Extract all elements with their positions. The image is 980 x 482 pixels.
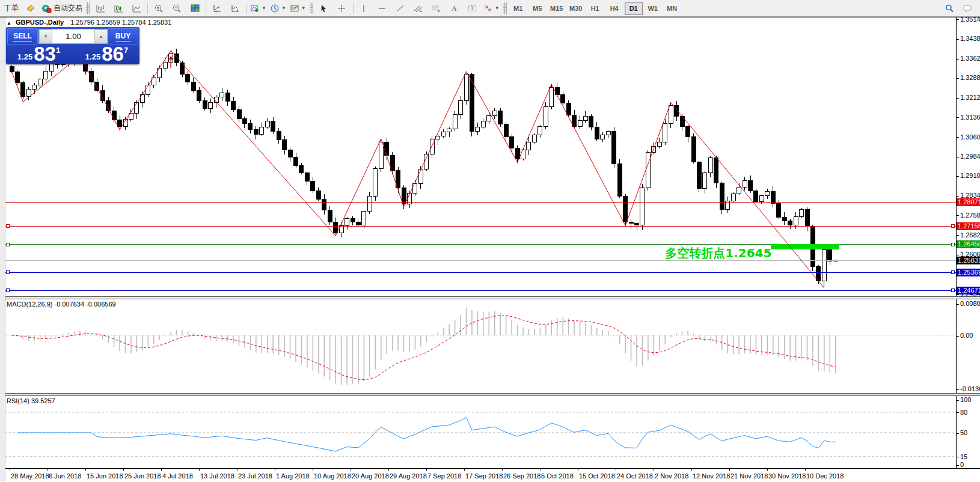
price-tick: 1.32880 — [957, 74, 980, 81]
date-label: 7 Sep 2018 — [427, 472, 461, 480]
svg-text:T: T — [471, 5, 474, 11]
toolbar-right-tools — [940, 1, 976, 16]
line-handle[interactable] — [951, 289, 954, 292]
bar-chart-icon[interactable] — [91, 1, 109, 16]
indicators-icon[interactable]: ▼ — [248, 1, 268, 16]
timeframe-h4[interactable]: H4 — [605, 2, 623, 15]
time-tick-mark — [275, 469, 275, 471]
rsi-line — [17, 418, 836, 451]
sell-price[interactable]: 1.25831 — [7, 43, 70, 63]
dropdown-caret-icon: ▼ — [495, 5, 500, 11]
highlight-zone[interactable] — [771, 244, 839, 250]
ohlc-values: 1.25796 1.25859 1.25784 1.25831 — [70, 19, 171, 26]
timeframe-m15[interactable]: M15 — [548, 2, 566, 15]
date-label: 17 Sep 2018 — [465, 472, 503, 480]
arrange-right-icon[interactable] — [226, 1, 244, 16]
date-label: 30 Nov 2018 — [768, 472, 806, 480]
volume-up-button[interactable]: ▲ — [94, 29, 108, 43]
line-handle[interactable] — [6, 243, 9, 246]
price-axis[interactable]: 1.351401.343801.336201.328801.321201.313… — [956, 17, 980, 296]
date-label: 15 Oct 2018 — [579, 472, 615, 480]
candlestick-icon[interactable] — [109, 1, 127, 16]
time-tick-mark — [199, 469, 200, 471]
volume-down-button[interactable]: ▼ — [39, 29, 52, 43]
date-label: 23 Jul 2018 — [238, 472, 272, 480]
macd-pane[interactable]: 0.008090.00-0.0136 MACD(12,26,9) -0.0076… — [0, 299, 980, 393]
date-label: 28 May 2018 — [11, 472, 49, 480]
zoom-in-icon[interactable] — [150, 1, 168, 16]
volume-control: ▼ 1.00 ▲ — [38, 29, 108, 44]
time-tick-mark — [578, 469, 578, 471]
date-label: 15 Jun 2018 — [87, 472, 123, 480]
mt4-window: 丁单自动交易▼▼▼EFAT▼M1M5M15M30H1H4D1W1MN 多空转折点… — [0, 0, 980, 482]
crosshair-icon[interactable] — [333, 1, 351, 16]
chinese-annotation[interactable]: 多空转折点1.2645 — [665, 246, 771, 260]
price-chart-canvas[interactable]: 多空转折点1.2645 — [5, 17, 957, 296]
main-chart-pane[interactable]: 多空转折点1.2645 1.351401.343801.336201.32880… — [0, 17, 980, 296]
macd-axis: 0.008090.00-0.0136 — [956, 299, 980, 393]
templates-icon[interactable]: ▼ — [288, 1, 308, 16]
equidistant-channel-icon[interactable]: E — [409, 1, 427, 16]
timeframe-h1[interactable]: H1 — [586, 2, 604, 15]
horizontal-line-icon[interactable] — [373, 1, 391, 16]
rsi-pane[interactable]: 1008050150 RSI(14) 39.5257 — [0, 396, 980, 468]
trendline-icon[interactable] — [391, 1, 409, 16]
window-left-border — [0, 17, 5, 481]
line-handle[interactable] — [951, 271, 954, 274]
time-tick-mark — [47, 469, 48, 471]
time-tick-mark — [767, 469, 768, 471]
timeframe-d1[interactable]: D1 — [625, 2, 643, 15]
volume-value[interactable]: 1.00 — [52, 29, 94, 43]
line-chart-icon[interactable] — [127, 1, 145, 16]
timeframe-m5[interactable]: M5 — [528, 2, 547, 15]
price-tick: 1.29840 — [957, 153, 980, 160]
date-label: 2 Nov 2018 — [655, 472, 688, 480]
timeframe-m1[interactable]: M1 — [509, 2, 527, 15]
buy-price[interactable]: 1.25867 — [75, 43, 138, 63]
rsi-canvas — [5, 396, 957, 468]
rsi-tick: 15 — [957, 453, 967, 460]
time-tick-mark — [313, 469, 313, 471]
arrows-icon[interactable]: ▼ — [482, 1, 501, 16]
dropdown-caret-icon: ▼ — [301, 5, 306, 11]
new-order-icon[interactable] — [22, 1, 40, 16]
arrange-left-icon[interactable] — [208, 1, 226, 16]
line-handle[interactable] — [6, 289, 9, 292]
date-label: 6 Jun 2018 — [49, 472, 81, 480]
fibonacci-icon[interactable]: F — [427, 1, 446, 16]
buy-button[interactable]: BUY — [108, 28, 138, 44]
toolbar-separator — [246, 3, 247, 14]
timeframe-w1[interactable]: W1 — [644, 2, 662, 15]
autotrading-button[interactable]: 自动交易 — [40, 1, 84, 16]
timeframe-m30[interactable]: M30 — [567, 2, 585, 15]
date-label: 12 Nov 2018 — [693, 472, 730, 480]
timeframe-mn[interactable]: MN — [663, 2, 681, 15]
tile-windows-icon[interactable] — [186, 1, 204, 16]
chat-button[interactable] — [958, 1, 976, 16]
time-tick-mark — [85, 469, 86, 471]
line-handle[interactable] — [6, 271, 9, 274]
periods-icon[interactable]: ▼ — [268, 1, 288, 16]
one-click-trading-panel: SELL ▼ 1.00 ▲ BUY 1.25831 1.25867 — [6, 27, 139, 64]
date-label: 24 Oct 2018 — [617, 472, 653, 480]
vertical-line-icon[interactable] — [355, 1, 373, 16]
price-badge-1.26450: 1.26450 — [957, 240, 980, 248]
line-handle[interactable] — [951, 243, 954, 246]
rsi-tick: 50 — [957, 429, 967, 436]
text-icon[interactable]: A — [446, 1, 464, 16]
text-label-icon[interactable]: T — [464, 1, 482, 16]
time-tick-mark — [654, 469, 654, 471]
cursor-icon[interactable] — [315, 1, 333, 16]
search-button[interactable] — [940, 1, 958, 16]
one-click-collapse-icon[interactable]: ▲ — [7, 20, 11, 26]
date-label: 21 Nov 2018 — [730, 472, 768, 480]
zoom-out-icon[interactable] — [168, 1, 186, 16]
line-handle[interactable] — [951, 225, 954, 228]
svg-text:E: E — [420, 9, 422, 13]
sell-button[interactable]: SELL — [7, 28, 38, 44]
time-tick-mark — [351, 469, 351, 471]
time-axis[interactable]: 28 May 20186 Jun 201815 Jun 201825 Jun 2… — [0, 468, 980, 482]
line-handle[interactable] — [6, 225, 9, 228]
toolbar-separator — [147, 3, 148, 14]
order-button[interactable]: 丁单 — [1, 1, 22, 16]
